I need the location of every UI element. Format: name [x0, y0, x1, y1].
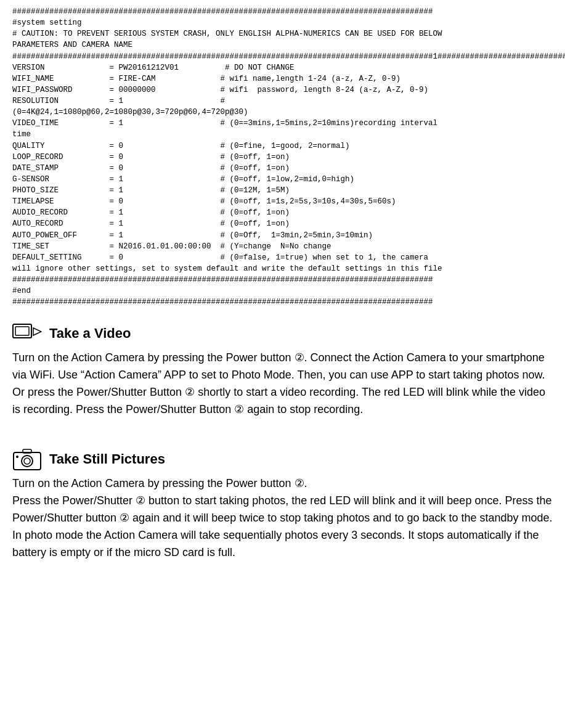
photos-body: Turn on the Action Camera by pressing th… — [12, 475, 553, 561]
svg-point-4 — [22, 456, 33, 467]
code-section: ########################################… — [12, 6, 553, 308]
svg-rect-1 — [15, 327, 29, 335]
section-divider — [12, 436, 553, 448]
video-icon — [12, 322, 42, 345]
config-code: ########################################… — [12, 6, 553, 308]
photos-title-row: Take Still Pictures — [12, 448, 553, 470]
video-title-row: Take a Video — [12, 322, 553, 345]
camera-icon — [12, 448, 42, 470]
video-title: Take a Video — [49, 325, 131, 342]
photos-title: Take Still Pictures — [49, 451, 165, 467]
video-body: Turn on the Action Camera by pressing th… — [12, 350, 553, 419]
svg-point-5 — [24, 458, 30, 464]
svg-marker-2 — [33, 328, 41, 335]
photos-body-text: Turn on the Action Camera by pressing th… — [12, 477, 553, 558]
video-section: Take a Video Turn on the Action Camera b… — [12, 322, 553, 419]
photos-section: Take Still Pictures Turn on the Action C… — [12, 448, 553, 561]
svg-point-7 — [16, 456, 18, 458]
